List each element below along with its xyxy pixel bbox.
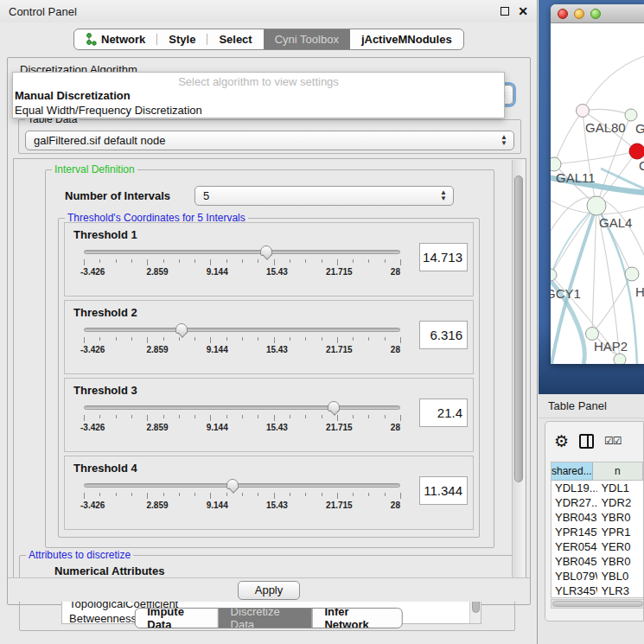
minimize-window-icon[interactable] [574,9,584,19]
network-window-titlebar[interactable] [551,4,644,23]
checkbox-icons[interactable]: ☑☑ [604,435,622,447]
slider-ticks [84,337,400,343]
control-panel-titlebar: Control Panel ✕ [0,0,537,22]
table-cell[interactable]: YLR345W [552,583,597,598]
slider-thumb[interactable] [260,245,272,256]
node-label: GCY1 [551,286,581,301]
tab-select[interactable]: Select [207,29,263,49]
slider-thumb[interactable] [175,323,188,334]
column-header-name[interactable]: n [593,462,643,481]
number-of-intervals-label: Number of Intervals [65,189,194,202]
table-row[interactable]: YLR345W YLR3 [552,583,643,598]
node-partial-g[interactable] [625,109,637,121]
table-cell[interactable]: YBR043C [552,510,597,525]
tab-jactivemnodules[interactable]: jActiveMNodules [350,29,463,49]
tab-style[interactable]: Style [157,29,207,49]
tab-label: Infer Network [324,608,389,628]
close-window-icon[interactable] [558,9,568,19]
slider-thumb[interactable] [226,479,239,489]
node-gal4[interactable] [587,196,606,215]
number-of-intervals-combobox[interactable]: 5 ▲▼ [194,186,454,206]
table-cell[interactable]: YBR045C [552,554,597,569]
table-row[interactable]: YER054C YER0 [552,539,643,554]
gear-icon[interactable]: ⚙ [554,431,569,451]
table-cell[interactable]: YLR3 [597,583,643,598]
node-h[interactable] [625,267,639,281]
table-data-combobox[interactable]: galFiltered.sif default node ▲▼ [25,131,514,150]
tab-infer-network[interactable]: Infer Network [312,609,401,628]
scrollbar-thumb[interactable] [514,175,523,482]
table-cell[interactable]: YDL1 [597,481,643,495]
control-panel: Control Panel ✕ Network Style Select Cyn… [0,0,538,644]
split-columns-icon[interactable] [579,434,594,449]
network-icon [86,33,97,46]
algorithm-option-equal-width[interactable]: Equal Width/Frequency Discretization [13,103,504,118]
slider-scale: -3.426 2.859 9.144 15.43 21.715 28 [84,345,400,354]
table-cell[interactable]: YBR0 [597,554,643,569]
slider-scale: -3.426 2.859 9.144 15.43 21.715 28 [84,501,400,510]
table-cell[interactable]: YER054C [552,539,597,554]
table-cell[interactable]: YPR145W [552,525,597,539]
table-row[interactable]: YBR045C YBR0 [552,554,643,569]
threshold-value-field[interactable]: 14.713 [419,243,468,271]
tab-cyni-toolbox[interactable]: Cyni Toolbox [264,29,350,49]
scale-label: 21.715 [326,345,353,354]
settings-vertical-scrollbar[interactable] [512,160,525,580]
scrollbar-thumb[interactable] [552,601,643,607]
cyni-toolbox-content: Discretization Algorithm ▲▼ Select algor… [7,57,531,605]
node-red[interactable] [629,143,644,159]
node-gal11[interactable] [551,157,561,171]
table-cell[interactable]: YDR27... [552,495,597,510]
table-cell[interactable]: YBR0 [597,510,643,525]
tab-discretize-data[interactable]: Discretize Data [219,609,312,628]
close-icon[interactable]: ✕ [518,7,528,16]
scale-label: -3.426 [80,501,105,510]
numerical-attributes-label: Numerical Attributes [54,564,514,577]
tab-label: Impute Data [147,608,205,628]
table-row[interactable]: YDL19... YDL1 [552,481,643,495]
network-window[interactable]: GAL80 GAL11 GAL4 GCY1 HAP2 G C H [551,4,644,364]
table-horizontal-scrollbar[interactable] [551,599,643,609]
threshold-slider[interactable]: -3.426 2.859 9.144 15.43 21.715 28 [84,405,400,432]
slider-track[interactable] [84,405,400,410]
tab-label: Network [101,33,145,46]
algorithm-option-manual[interactable]: Manual Discretization [13,88,504,103]
table-panel-header: Table Panel [539,394,644,418]
apply-button[interactable]: Apply [238,581,300,600]
node-partial-bottom[interactable] [614,354,626,364]
table-cell[interactable]: YBL079W [552,569,597,583]
tab-impute-data[interactable]: Impute Data [135,609,217,628]
float-window-icon[interactable] [501,7,509,16]
column-header-shared[interactable]: shared... [552,462,593,481]
network-edge [592,274,632,334]
threshold-slider[interactable]: -3.426 2.859 9.144 15.43 21.715 28 [84,483,400,510]
network-canvas[interactable]: GAL80 GAL11 GAL4 GCY1 HAP2 G C H [551,23,644,364]
threshold-slider[interactable]: -3.426 2.859 9.144 15.43 21.715 28 [84,328,400,354]
threshold-value-field[interactable]: 21.4 [419,399,468,427]
node-label: GAL11 [556,170,596,185]
slider-thumb[interactable] [328,401,340,411]
slider-track[interactable] [84,328,400,332]
node-gal80[interactable] [577,105,590,118]
threshold-panel-4: Threshold 4 -3.426 2.859 9.144 1 [64,456,474,530]
stepper-icon: ▲▼ [501,134,507,146]
table-cell[interactable]: YDR2 [597,495,643,510]
slider-track[interactable] [84,250,400,254]
slider-track[interactable] [84,483,400,488]
table-row[interactable]: YPR145W YPR1 [552,525,643,539]
node-label: G [635,121,644,136]
table-cell[interactable]: YPR1 [597,525,643,539]
node-gcy1[interactable] [551,269,557,281]
zoom-window-icon[interactable] [590,9,601,19]
table-cell[interactable]: YBL0 [597,569,643,583]
tab-label: Discretize Data [231,608,300,628]
table-row[interactable]: YBL079W YBL0 [552,569,643,583]
threshold-value-field[interactable]: 11.344 [419,476,468,505]
table-row[interactable]: YBR043C YBR0 [552,510,643,525]
tab-network[interactable]: Network [74,29,156,49]
threshold-slider[interactable]: -3.426 2.859 9.144 15.43 21.715 28 [84,250,400,277]
threshold-value-field[interactable]: 6.316 [419,321,468,349]
table-row[interactable]: YDR27... YDR2 [552,495,643,510]
table-cell[interactable]: YER0 [597,539,643,554]
table-cell[interactable]: YDL19... [552,481,597,495]
